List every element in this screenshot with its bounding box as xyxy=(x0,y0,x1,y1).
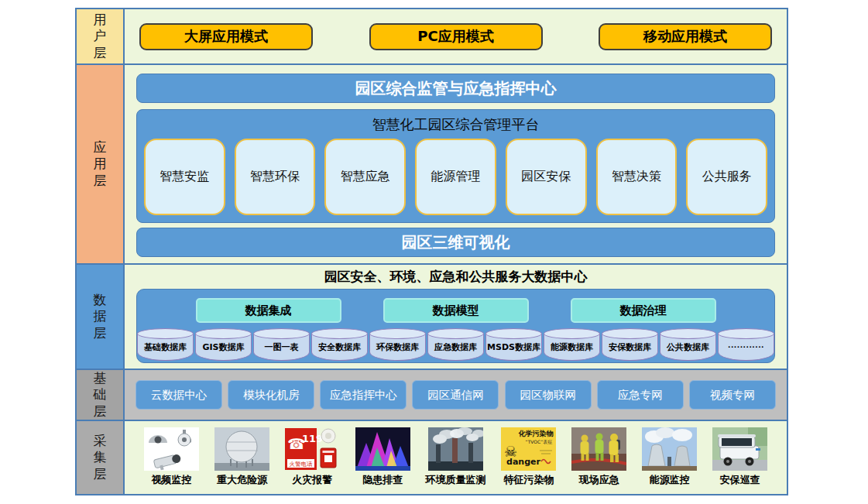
infra-park-iot-network: 园区物联网 xyxy=(505,380,592,410)
poster-title: 化学污染物 xyxy=(518,430,554,437)
power-plant-photo xyxy=(642,427,697,471)
collection-item-characteristic-pollutants: 化学污染物 “TVOC”表征 ☠ danger 特征污染物 xyxy=(501,427,556,487)
cylinder-top xyxy=(369,328,426,339)
infra-video-private-network: 视频专网 xyxy=(689,380,776,410)
cylinder-top xyxy=(427,328,484,339)
db-one-map-one-table: 一图一表 xyxy=(253,328,310,361)
layer-label-application-text: 应用层 xyxy=(92,139,108,189)
mode-button-mobile: 移动应用模式 xyxy=(599,23,772,50)
module-smart-environment: 智慧环保 xyxy=(235,139,316,215)
layer-label-data: 数据层 xyxy=(77,265,123,369)
infra-emergency-private-network: 应急专网 xyxy=(597,380,684,410)
layer-label-application: 应用层 xyxy=(77,65,123,263)
cylinder-top xyxy=(718,328,774,339)
poster-subtitle: “TVOC”表征 xyxy=(526,439,553,444)
collection-label: 能源监控 xyxy=(650,473,690,487)
collection-item-major-hazard: 重大危险源 xyxy=(214,427,269,487)
infra-emergency-command-center: 应急指挥中心 xyxy=(320,380,407,410)
layer-label-collection: 采集层 xyxy=(77,421,123,494)
cylinder-top xyxy=(137,328,194,339)
db-label: ............ xyxy=(715,341,777,349)
mode-button-bigscreen: 大屏应用模式 xyxy=(139,23,313,50)
db-public: 公共数据库 xyxy=(660,328,716,361)
infra-park-communication-network: 园区通信网 xyxy=(412,380,499,410)
collection-label: 火灾报警 xyxy=(292,473,332,487)
module-smart-decision: 智慧决策 xyxy=(596,139,678,215)
cylinder-top xyxy=(602,328,658,339)
fire-alarm-sign-photo: ☎ 119 火警电话 xyxy=(285,427,340,471)
collection-label: 安保巡查 xyxy=(720,473,760,487)
cylinder-top xyxy=(195,328,252,339)
big-data-center-title: 园区安全、环境、应急和公共服务大数据中心 xyxy=(125,268,787,286)
architecture-diagram: 用户层 大屏应用模式 PC应用模式 移动应用模式 应用层 园区综合监管与应急指挥… xyxy=(75,8,788,495)
db-label: 公共数据库 xyxy=(657,341,719,353)
collection-label: 重大危险源 xyxy=(217,473,267,487)
collection-item-env-quality: 环境质量监测 xyxy=(426,427,486,487)
data-layer-panel: 园区安全、环境、应急和公共服务大数据中心 数据集成 数据模型 数据治理 基础数据… xyxy=(125,265,787,369)
cylinder-top xyxy=(660,328,716,339)
infra-modular-machine-room: 模块化机房 xyxy=(228,380,314,410)
spherical-tank-photo xyxy=(214,427,269,471)
module-smart-safety: 智慧安监 xyxy=(144,139,225,215)
collection-item-fire-alarm: ☎ 119 火警电话 火灾报警 xyxy=(285,427,340,487)
function-data-model: 数据模型 xyxy=(383,298,529,323)
db-label: 安保数据库 xyxy=(599,341,660,353)
mode-button-pc: PC应用模式 xyxy=(369,23,543,50)
collection-item-energy-monitoring: 能源监控 xyxy=(642,427,697,487)
collection-label: 隐患排查 xyxy=(362,473,403,487)
collection-item-onsite-emergency: 现场应急 xyxy=(571,427,626,487)
db-security: 安保数据库 xyxy=(602,328,658,361)
db-label: 应急数据库 xyxy=(425,341,486,353)
db-gis: GIS数据库 xyxy=(195,328,252,361)
smokestacks-photo xyxy=(428,427,483,471)
db-msds: MSDS数据库 xyxy=(485,328,542,361)
db-more: ............ xyxy=(718,328,774,361)
fire-caption: 火警电话 xyxy=(289,461,313,468)
park-3d-visualization-bar: 园区三维可视化 xyxy=(136,228,775,257)
module-park-security: 园区安保 xyxy=(506,139,587,215)
hazmat-responders-photo xyxy=(571,427,626,471)
db-label: 一图一表 xyxy=(251,341,312,353)
collection-label: 环境质量监测 xyxy=(426,473,486,487)
poster-danger-word: danger xyxy=(506,457,540,467)
infra-cloud-data-center: 云数据中心 xyxy=(136,380,222,410)
data-function-row: 数据集成 数据模型 数据治理 xyxy=(137,298,774,323)
collection-label: 特征污染物 xyxy=(503,473,554,487)
user-layer-panel: 大屏应用模式 PC应用模式 移动应用模式 xyxy=(125,9,787,63)
application-layer-panel: 园区综合监管与应急指挥中心 智慧化工园区综合管理平台 智慧安监 智慧环保 智慧应… xyxy=(125,65,787,263)
layer-label-data-text: 数据层 xyxy=(92,292,108,341)
infrastructure-layer-panel: 云数据中心 模块化机房 应急指挥中心 园区通信网 园区物联网 应急专网 视频专网 xyxy=(125,370,787,420)
module-row: 智慧安监 智慧环保 智慧应急 能源管理 园区安保 智慧决策 公共服务 xyxy=(137,134,774,222)
data-container: 数据集成 数据模型 数据治理 基础数据库 GIS数据库 一图一表 安全数据库 环… xyxy=(136,289,775,363)
db-label: 能源数据库 xyxy=(541,341,602,353)
collection-item-video-surveillance: 视频监控 xyxy=(144,427,199,487)
module-public-service: 公共服务 xyxy=(686,139,767,215)
fire-number: 119 xyxy=(302,433,323,444)
db-environment: 环保数据库 xyxy=(369,328,426,361)
cylinder-top xyxy=(253,328,310,339)
function-data-integration: 数据集成 xyxy=(196,298,341,323)
pollutant-danger-poster-photo: 化学污染物 “TVOC”表征 ☠ danger xyxy=(501,427,556,471)
db-label: MSDS数据库 xyxy=(483,341,544,353)
cylinder-top xyxy=(485,328,542,339)
cylinder-top xyxy=(544,328,600,339)
db-safety: 安全数据库 xyxy=(311,328,368,361)
collection-label: 视频监控 xyxy=(152,473,192,487)
layer-label-infrastructure-text: 基础层 xyxy=(92,370,108,420)
database-row: 基础数据库 GIS数据库 一图一表 安全数据库 环保数据库 应急数据库 MSDS… xyxy=(137,328,774,361)
platform-container: 智慧化工园区综合管理平台 智慧安监 智慧环保 智慧应急 能源管理 园区安保 智慧… xyxy=(136,109,775,223)
collection-layer-panel: 视频监控 重大危险源 ☎ 119 xyxy=(125,421,787,494)
module-energy-management: 能源管理 xyxy=(415,139,496,215)
function-data-governance: 数据治理 xyxy=(571,298,716,323)
db-label: 环保数据库 xyxy=(367,341,428,353)
db-basic: 基础数据库 xyxy=(137,328,194,361)
collection-label: 现场应急 xyxy=(579,473,619,487)
collection-item-hazard-screening: 隐患排查 xyxy=(355,427,410,487)
layer-label-user-text: 用户层 xyxy=(92,12,108,61)
db-label: 安全数据库 xyxy=(309,341,370,353)
db-label: 基础数据库 xyxy=(135,341,196,353)
db-energy: 能源数据库 xyxy=(544,328,600,361)
hazard-heatmap-photo xyxy=(355,427,410,471)
platform-title: 智慧化工园区综合管理平台 xyxy=(137,110,774,134)
module-smart-emergency: 智慧应急 xyxy=(324,139,406,215)
